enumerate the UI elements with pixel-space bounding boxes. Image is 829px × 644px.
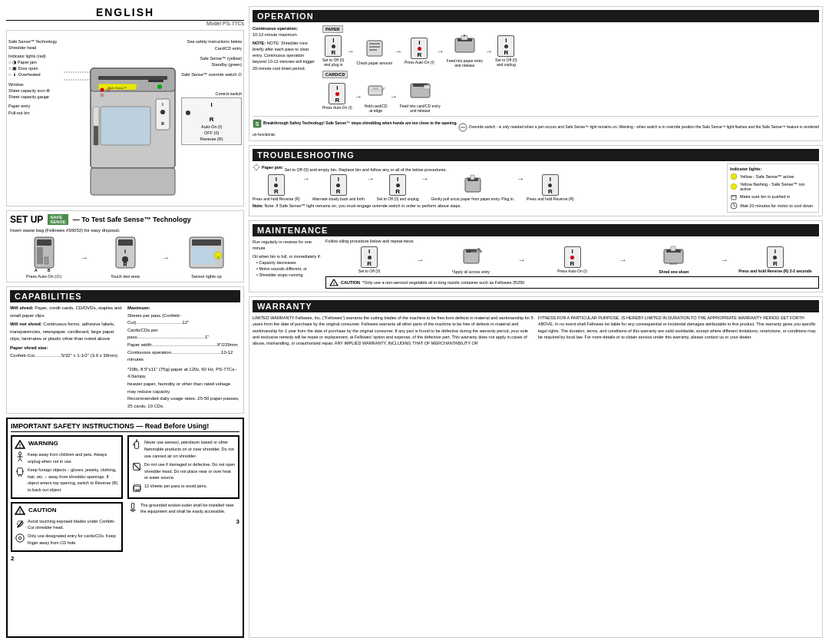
svg-line-100 [734,206,735,206]
trouble-step-3: I R Set to Off (0) and unplug [377,174,419,201]
indicator-cool: Wait 20 minutes for motor to cool down [730,202,816,210]
page-num-left: 2 [11,554,14,564]
label-pull-out-bin: Pull-out bin [8,110,57,116]
svg-rect-22 [37,247,43,264]
label-paper-entry: Paper entry [8,103,57,109]
setup-step3-label: Sensor lights up [191,274,221,279]
svg-line-59 [134,463,140,470]
yellow-flash-icon [730,183,738,190]
svg-rect-3 [148,80,163,82]
hand-icon [15,467,25,477]
maint-caution-icon: ! [329,279,339,286]
warranty-content: LIMITED WARRANTY Fellowes, Inc. ("Fellow… [253,315,819,346]
trouble-step-2: I R Alternate slowly back and forth [312,174,365,201]
card-cd-label: CARD/CD [322,71,348,78]
no-open-icon [131,461,142,472]
label-window: Window [8,81,57,88]
label-control-switch: Control switch [181,91,242,97]
op-step-paper-1: I R Set to Off (0)and plug in [322,35,345,67]
svg-text:sheet: sheet [669,262,678,266]
svg-rect-27 [118,239,133,246]
svg-point-38 [18,452,21,455]
led-trouble-2: I R [330,174,347,196]
maintenance-content: Run regularly in reverse for one minute … [253,239,819,289]
svg-point-13 [101,94,104,97]
svg-text:!: ! [19,509,21,514]
continuous-op-note: Continuous operation: 10-12-minute maxim… [253,25,318,113]
svg-text:R: R [161,121,164,126]
warning-item-right-2: Do not use if damaged or defective. Do n… [131,461,236,481]
setup-steps: A B Press Auto-On (⊙) → I R Touch test a… [10,236,240,279]
op-step-card-1: I R Press Auto-On (I) [322,83,352,110]
led-maint-1: I R [361,246,378,268]
arrow-m-4: → [721,256,728,264]
setup-step-2: I R Touch test area [91,236,159,279]
trouble-step-4: Gently pull uncut paper from paper entry… [431,174,514,201]
label-safe-sense-yellow: Safe Sense™ (yellow) [181,55,242,62]
english-header: ENGLISH [6,6,244,21]
led-off-2: I R [497,35,514,57]
arrow-m-2: → [517,256,525,264]
timer-icon [730,202,738,210]
svg-rect-53 [134,442,138,449]
svg-point-12 [107,88,111,92]
svg-rect-32 [192,239,221,246]
model-number: Model PS-77Cs [6,21,244,26]
capabilities-section: CAPABILITIES Will shred: Paper, credit c… [6,286,244,414]
arrow-2: → [162,253,170,262]
capabilities-content: Will shred: Paper, credit cards, CD/DVDs… [10,305,240,410]
warning-box-right: Never use aerosol, petroleum based or ot… [127,435,239,499]
led-off-1: I R [325,35,342,57]
led-on-1: I R [411,38,428,59]
child-icon [15,451,25,462]
card-cd-section: CARD/CD I R Press Auto-On (I) → [322,71,819,113]
op-step-card-2: CARD Hold card/CDat edge [365,80,388,113]
setup-title: SET UP [10,214,43,225]
svg-point-51 [16,534,25,543]
safe-sense-badge: SAFESENSE [48,214,68,225]
led-maint-2: I R [564,246,581,268]
svg-point-11 [101,88,104,92]
svg-rect-16 [101,107,150,145]
svg-point-86 [254,165,259,170]
maint-step-4: sheet Shred one sheet [630,246,718,274]
arrow-paper-4: → [485,47,493,55]
maint-info-left: Run regularly in reverse for one minute … [253,239,322,289]
svg-text:Safe Sense™: Safe Sense™ [108,86,127,90]
sheets-icon: 12 [131,483,142,494]
svg-line-41 [18,459,20,462]
svg-rect-2 [98,76,167,80]
warning-box: ! WARNING Keep a [11,435,123,499]
sun-icon [253,163,260,171]
led-trouble-1: I R [268,174,285,196]
svg-point-6 [157,84,162,89]
control-switch-diagram: I R Auto-On (I) OFF (0) Reverse (R) [181,97,242,146]
op-step-paper-2: Check paper amount [357,37,392,65]
safe-sense-override-note: S Breakthrough Safety Technology! Safe S… [253,116,819,137]
grounded-note: The grounded socket-outlet shall be inst… [127,502,239,515]
paper-section: PAPER I R Set to Off (0)and plug in [322,25,819,68]
paper-steps: I R Set to Off (0)and plug in → [322,35,819,68]
arrow-paper-3: → [437,47,444,55]
indicator-bin: Make sure bin is pushed in [730,193,816,200]
bin-icon [730,193,738,200]
label-see-safety: See safety instructions below [181,38,242,45]
safety-col-left: ! WARNING Keep a [11,435,123,563]
maintenance-section: MAINTENANCE Run regularly in reverse for… [249,220,823,292]
svg-line-42 [20,459,22,462]
indicator-yellow: Yellow - Safe Sense™ active [730,173,816,180]
svg-rect-23 [45,257,48,264]
card-steps: I R Press Auto-On (I) → [322,80,819,113]
led-trouble-3: I R [389,174,406,196]
svg-rect-96 [732,196,736,200]
indicator-yellow-flash: Yellow flashing - Safe Sense™ not active [730,182,816,191]
label-indicator-lights: Indicator lights (red) [8,53,57,59]
caution-item-2: Only use designated entry for cards/CDs.… [15,533,119,547]
label-override-switch: Safe Sense™ override switch ⊙ [181,71,242,78]
trouble-note: Note: Note: If Safe Sense™ light remains… [253,203,723,208]
setup-step-3: ☀ Sensor lights up [173,236,240,279]
label-sheet-capacity-icon: Sheet capacity icon ⊛ [8,88,57,94]
label-safe-sense: Safe Sense™ Technology [8,38,57,45]
setup-step-1: A B Press Auto-On (⊙) [10,236,78,279]
arrow-m-3: → [619,256,627,264]
